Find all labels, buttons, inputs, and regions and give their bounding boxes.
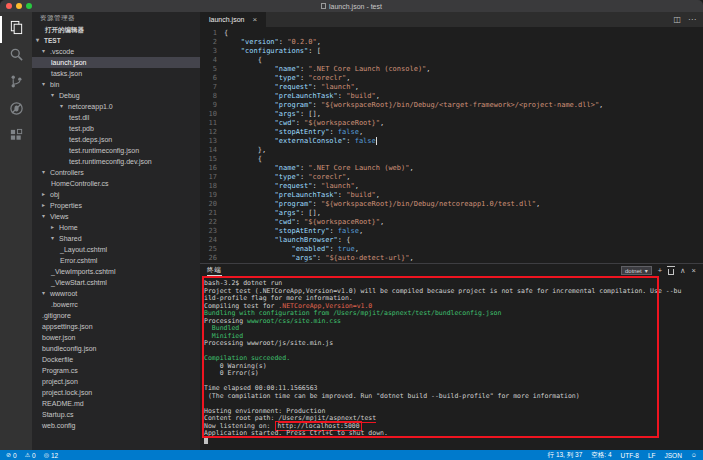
maximize-panel-icon[interactable]: ∧ [680, 267, 686, 275]
tree-item-bin[interactable]: ▾bin [32, 79, 200, 90]
tree-item-bundleconfig.json[interactable]: bundleconfig.json [32, 343, 200, 354]
code-line: 10 "args": [], [200, 110, 703, 119]
traffic-lights [0, 3, 32, 9]
status-count-badge[interactable]: ◎12 [44, 452, 58, 459]
code-line: 13 "externalConsole": false [200, 137, 703, 146]
tree-item-appsettings.json[interactable]: appsettings.json [32, 321, 200, 332]
tab-launch-json[interactable]: launch.json × [200, 12, 266, 27]
code-text: "name": ".NET Core Launch (console)", [224, 65, 431, 74]
minimize-window-button[interactable] [16, 3, 22, 9]
status-warnings[interactable]: ⚠0 [25, 452, 36, 459]
tree-item-web.config[interactable]: web.config [32, 420, 200, 431]
code-text: "preLaunchTask": "build", [224, 92, 380, 101]
code-line: 8 "preLaunchTask": "build", [200, 92, 703, 101]
tree-item-label: test.runtimeconfig.json [69, 145, 139, 156]
code-text: "externalConsole": false [224, 137, 377, 146]
code-editor[interactable]: 1{2 "version": "0.2.0",3 "configurations… [200, 27, 703, 263]
tree-item-Startup.cs[interactable]: Startup.cs [32, 409, 200, 420]
tree-item-label: Program.cs [42, 365, 78, 376]
tree-item-label: launch.json [51, 57, 86, 68]
tree-item-test.deps.json[interactable]: test.deps.json [32, 134, 200, 145]
tree-item-_ViewImports.cshtml[interactable]: _ViewImports.cshtml [32, 266, 200, 277]
close-window-button[interactable] [6, 3, 12, 9]
status-feedback[interactable]: ☺ [691, 452, 697, 458]
more-actions-icon[interactable]: ⋯ [688, 15, 696, 24]
tree-item-netcoreapp1.0[interactable]: ▾netcoreapp1.0 [32, 101, 200, 112]
window-title: launch.json - test [0, 3, 703, 10]
tree-item-.vscode[interactable]: ▾.vscode [32, 46, 200, 57]
panel-action-icons: +∧× [658, 267, 696, 275]
tree-item-obj[interactable]: ▸obj [32, 189, 200, 200]
tree-item-test.runtimeconfig.dev.json[interactable]: test.runtimeconfig.dev.json [32, 156, 200, 167]
terminal-output[interactable]: bash-3.2$ dotnet runProject test (.NETCo… [200, 277, 703, 445]
status-cursor-position[interactable]: 行 13, 列 37 [548, 451, 583, 460]
tree-item-wwwroot[interactable]: ▾wwwroot [32, 288, 200, 299]
tree-item-Dockerfile[interactable]: Dockerfile [32, 354, 200, 365]
terminal-line: Application started. Press Ctrl+C to shu… [204, 430, 703, 438]
tree-item-Error.cshtml[interactable]: Error.cshtml [32, 255, 200, 266]
line-number: 11 [200, 119, 224, 128]
zoom-window-button[interactable] [26, 3, 32, 9]
kill-terminal-icon[interactable] [668, 269, 674, 275]
code-line: 9 "program": "${workspaceRoot}/bin/Debug… [200, 101, 703, 110]
chevron-right-icon: ▸ [42, 200, 50, 211]
tree-item-Properties[interactable]: ▸Properties [32, 200, 200, 211]
status-encoding[interactable]: UTF-8 [621, 452, 639, 459]
status-indentation[interactable]: 空格: 4 [591, 451, 611, 460]
activity-debug[interactable] [0, 97, 32, 124]
tree-item-Home[interactable]: ▸Home [32, 222, 200, 233]
chevron-down-icon: ▾ [36, 35, 44, 46]
status-errors[interactable]: ⊘0 [6, 452, 17, 459]
code-text: "type": "coreclr", [224, 74, 350, 83]
split-editor-icon[interactable]: ◫ [673, 15, 681, 24]
tree-item-label: .bowerrc [51, 299, 78, 310]
tree-item-Controllers[interactable]: ▾Controllers [32, 167, 200, 178]
workspace-root-header[interactable]: ▾ TEST [32, 35, 200, 46]
code-text: "cwd": "${workspaceRoot}", [224, 119, 384, 128]
tree-item-project.lock.json[interactable]: project.lock.json [32, 387, 200, 398]
code-line: 15 { [200, 155, 703, 164]
tree-item-.gitignore[interactable]: .gitignore [32, 310, 200, 321]
activity-source-control[interactable] [0, 70, 32, 97]
tree-item-_Layout.cshtml[interactable]: _Layout.cshtml [32, 244, 200, 255]
terminal-picker[interactable]: dotnet ▾ [621, 266, 652, 275]
tree-item-project.json[interactable]: project.json [32, 376, 200, 387]
tree-item-_ViewStart.cshtml[interactable]: _ViewStart.cshtml [32, 277, 200, 288]
code-text: { [224, 155, 262, 164]
tree-item-README.md[interactable]: README.md [32, 398, 200, 409]
tree-item-Views[interactable]: ▾Views [32, 211, 200, 222]
tree-item-launch.json[interactable]: launch.json [32, 57, 200, 68]
status-eol[interactable]: LF [648, 452, 656, 459]
terminal-line: (The compilation time can be improved. R… [204, 393, 703, 401]
chevron-down-icon: ▾ [42, 167, 50, 178]
activity-extensions[interactable] [0, 124, 32, 151]
activity-search[interactable] [0, 43, 32, 70]
tab-bar: launch.json × ◫ ⋯ [200, 12, 703, 27]
tree-item-HomeController.cs[interactable]: HomeController.cs [32, 178, 200, 189]
status-bar-right: 行 13, 列 37空格: 4UTF-8LFJSON☺ [548, 451, 697, 460]
close-panel-icon[interactable]: × [692, 267, 696, 275]
panel-tab-terminal[interactable]: 终端 [207, 266, 222, 276]
status-language-mode[interactable]: JSON [665, 452, 682, 459]
tree-item-test.pdb[interactable]: test.pdb [32, 123, 200, 134]
code-text: "request": "launch", [224, 83, 359, 92]
tree-item-Shared[interactable]: ▾Shared [32, 233, 200, 244]
line-number: 19 [200, 191, 224, 200]
code-line: 7 "request": "launch", [200, 83, 703, 92]
tree-item-Program.cs[interactable]: Program.cs [32, 365, 200, 376]
code-text: "preLaunchTask": "build", [224, 191, 380, 200]
tree-item-Debug[interactable]: ▾Debug [32, 90, 200, 101]
tree-item-label: Startup.cs [42, 409, 74, 420]
tree-item-test.dll[interactable]: test.dll [32, 112, 200, 123]
terminal-line [204, 438, 703, 446]
tree-item-bower.json[interactable]: bower.json [32, 332, 200, 343]
new-terminal-icon[interactable]: + [658, 267, 662, 275]
tree-item-.bowerrc[interactable]: .bowerrc [32, 299, 200, 310]
line-number: 20 [200, 200, 224, 209]
tree-item-tasks.json[interactable]: tasks.json [32, 68, 200, 79]
tree-item-test.runtimeconfig.json[interactable]: test.runtimeconfig.json [32, 145, 200, 156]
line-number: 9 [200, 101, 224, 110]
close-tab-icon[interactable]: × [252, 15, 257, 24]
open-editors-header[interactable]: 打开的编辑器 [32, 24, 200, 35]
activity-explorer[interactable] [0, 16, 32, 43]
